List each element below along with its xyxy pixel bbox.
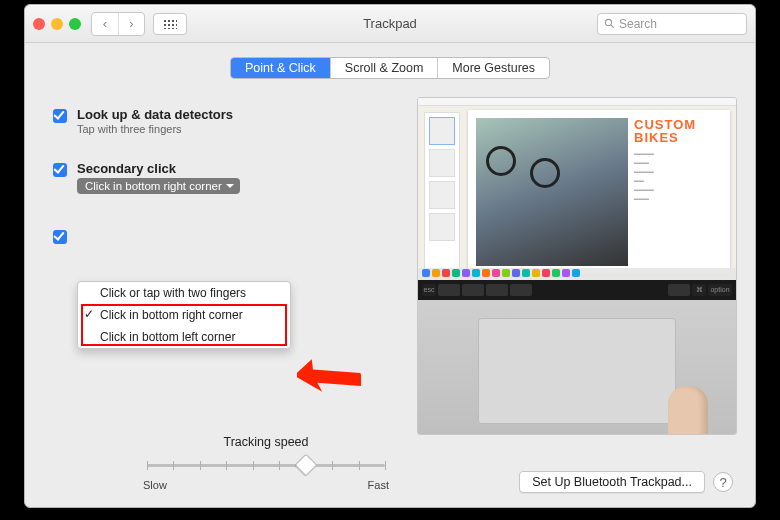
tab-point-click[interactable]: Point & Click — [231, 58, 330, 78]
preview-thumb — [429, 213, 455, 241]
traffic-lights — [33, 18, 81, 30]
grid-icon — [163, 19, 177, 29]
option-lookup: Look up & data detectors Tap with three … — [53, 97, 411, 143]
touchbar-key — [486, 284, 508, 296]
option-lookup-label: Look up & data detectors — [77, 107, 233, 122]
slider-thumb[interactable] — [294, 454, 317, 477]
preview-dock — [418, 268, 736, 280]
svg-line-1 — [611, 25, 614, 28]
dock-app-icon — [552, 269, 560, 277]
annotation-red-arrow-icon — [297, 355, 361, 405]
footer: Set Up Bluetooth Trackpad... ? — [519, 471, 733, 493]
touchbar-key — [462, 284, 484, 296]
dock-app-icon — [562, 269, 570, 277]
preview-trackpad — [478, 318, 676, 424]
dock-app-icon — [522, 269, 530, 277]
slider-max-label: Fast — [368, 479, 389, 491]
dock-app-icon — [492, 269, 500, 277]
forward-button[interactable]: › — [118, 13, 144, 35]
tab-more-gestures[interactable]: More Gestures — [437, 58, 549, 78]
option-third — [53, 218, 411, 252]
touchbar-key: option — [708, 284, 732, 296]
tracking-speed-slider[interactable] — [147, 455, 385, 475]
preview-page: CUSTOMBIKES ━━━━━━━━━━━━━━━━━━━━ — [468, 110, 730, 274]
dock-app-icon — [462, 269, 470, 277]
preview-finger — [668, 386, 708, 435]
dock-app-icon — [532, 269, 540, 277]
slider-tick — [147, 461, 148, 470]
preview-sidebar — [424, 112, 460, 272]
slider-tick — [226, 461, 227, 470]
setup-bluetooth-button[interactable]: Set Up Bluetooth Trackpad... — [519, 471, 705, 493]
touchbar-key: ⌘ — [692, 284, 706, 296]
slider-tick — [253, 461, 254, 470]
dock-app-icon — [432, 269, 440, 277]
gesture-preview: CUSTOMBIKES ━━━━━━━━━━━━━━━━━━━━ esc ⌘ o… — [417, 97, 737, 435]
preview-text: CUSTOMBIKES ━━━━━━━━━━━━━━━━━━━━ — [634, 118, 722, 266]
content-area: Look up & data detectors Tap with three … — [25, 87, 755, 435]
touchbar-key — [510, 284, 532, 296]
checkbox-lookup[interactable] — [53, 109, 67, 123]
preview-menubar — [418, 98, 736, 106]
slider-track — [147, 464, 385, 467]
titlebar: ‹ › Trackpad Search — [25, 5, 755, 43]
dock-app-icon — [422, 269, 430, 277]
touchbar-key — [438, 284, 460, 296]
tracking-speed-label: Tracking speed — [141, 435, 391, 449]
help-button[interactable]: ? — [713, 472, 733, 492]
preview-thumb — [429, 181, 455, 209]
preview-image — [476, 118, 628, 266]
dropdown-item-two-fingers[interactable]: Click or tap with two fingers — [78, 282, 290, 304]
close-icon[interactable] — [33, 18, 45, 30]
checkbox-third[interactable] — [53, 230, 67, 244]
minimize-icon[interactable] — [51, 18, 63, 30]
preview-laptop-body — [418, 300, 736, 435]
options-panel: Look up & data detectors Tap with three … — [53, 97, 411, 435]
back-button[interactable]: ‹ — [92, 13, 118, 35]
slider-tick — [359, 461, 360, 470]
preview-thumb — [429, 149, 455, 177]
svg-point-0 — [605, 19, 611, 25]
dock-app-icon — [482, 269, 490, 277]
preferences-window: ‹ › Trackpad Search Point & Click Scroll… — [24, 4, 756, 508]
touchbar-key: esc — [422, 284, 436, 296]
dropdown-item-bottom-right[interactable]: Click in bottom right corner — [78, 304, 290, 326]
slider-min-label: Slow — [143, 479, 167, 491]
dock-app-icon — [512, 269, 520, 277]
preview-thumb — [429, 117, 455, 145]
nav-buttons: ‹ › — [91, 12, 145, 36]
tab-bar: Point & Click Scroll & Zoom More Gesture… — [25, 43, 755, 87]
svg-marker-2 — [297, 355, 361, 405]
slider-tick — [385, 461, 386, 470]
slider-tick — [200, 461, 201, 470]
segmented-control: Point & Click Scroll & Zoom More Gesture… — [230, 57, 550, 79]
secondary-click-select[interactable]: Click in bottom right corner — [77, 178, 240, 194]
checkbox-secondary[interactable] — [53, 163, 67, 177]
dock-app-icon — [472, 269, 480, 277]
show-all-button[interactable] — [153, 13, 187, 35]
preview-screen: CUSTOMBIKES ━━━━━━━━━━━━━━━━━━━━ — [418, 98, 736, 280]
dock-app-icon — [442, 269, 450, 277]
dock-app-icon — [452, 269, 460, 277]
preview-touchbar: esc ⌘ option — [418, 280, 736, 300]
search-input[interactable]: Search — [597, 13, 747, 35]
dock-app-icon — [542, 269, 550, 277]
slider-tick — [279, 461, 280, 470]
search-icon — [604, 18, 615, 29]
zoom-icon[interactable] — [69, 18, 81, 30]
secondary-click-dropdown: Click or tap with two fingers Click in b… — [77, 281, 291, 349]
search-placeholder: Search — [619, 17, 657, 31]
dropdown-item-bottom-left[interactable]: Click in bottom left corner — [78, 326, 290, 348]
tab-scroll-zoom[interactable]: Scroll & Zoom — [330, 58, 438, 78]
dock-app-icon — [502, 269, 510, 277]
slider-tick — [332, 461, 333, 470]
touchbar-key — [668, 284, 690, 296]
option-lookup-sub: Tap with three fingers — [77, 123, 233, 135]
option-secondary-label: Secondary click — [77, 161, 240, 176]
slider-tick — [173, 461, 174, 470]
tracking-speed-section: Tracking speed Slow Fast — [141, 435, 391, 491]
option-secondary: Secondary click Click in bottom right co… — [53, 143, 411, 212]
dock-app-icon — [572, 269, 580, 277]
